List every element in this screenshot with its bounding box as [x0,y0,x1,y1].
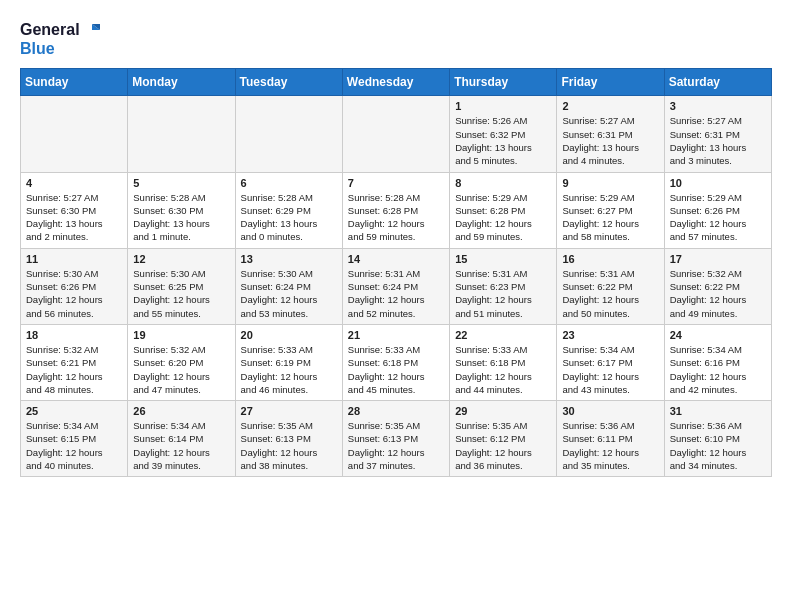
day-number: 16 [562,253,658,265]
day-info: Sunrise: 5:32 AM Sunset: 6:22 PM Dayligh… [670,267,766,320]
logo-general: General [20,20,80,39]
day-number: 6 [241,177,337,189]
day-number: 13 [241,253,337,265]
calendar-cell [128,96,235,172]
day-info: Sunrise: 5:31 AM Sunset: 6:24 PM Dayligh… [348,267,444,320]
header-wednesday: Wednesday [342,69,449,96]
logo-blue: Blue [20,39,55,58]
calendar-cell: 12Sunrise: 5:30 AM Sunset: 6:25 PM Dayli… [128,248,235,324]
day-number: 2 [562,100,658,112]
day-info: Sunrise: 5:27 AM Sunset: 6:31 PM Dayligh… [562,114,658,167]
calendar-week-row: 1Sunrise: 5:26 AM Sunset: 6:32 PM Daylig… [21,96,772,172]
day-number: 28 [348,405,444,417]
day-info: Sunrise: 5:28 AM Sunset: 6:29 PM Dayligh… [241,191,337,244]
day-info: Sunrise: 5:34 AM Sunset: 6:15 PM Dayligh… [26,419,122,472]
calendar-cell: 4Sunrise: 5:27 AM Sunset: 6:30 PM Daylig… [21,172,128,248]
calendar-header-row: SundayMondayTuesdayWednesdayThursdayFrid… [21,69,772,96]
header-friday: Friday [557,69,664,96]
day-number: 18 [26,329,122,341]
day-info: Sunrise: 5:34 AM Sunset: 6:17 PM Dayligh… [562,343,658,396]
day-info: Sunrise: 5:35 AM Sunset: 6:13 PM Dayligh… [348,419,444,472]
day-info: Sunrise: 5:31 AM Sunset: 6:23 PM Dayligh… [455,267,551,320]
calendar-cell: 28Sunrise: 5:35 AM Sunset: 6:13 PM Dayli… [342,401,449,477]
day-info: Sunrise: 5:26 AM Sunset: 6:32 PM Dayligh… [455,114,551,167]
day-number: 7 [348,177,444,189]
header-tuesday: Tuesday [235,69,342,96]
day-number: 31 [670,405,766,417]
day-info: Sunrise: 5:31 AM Sunset: 6:22 PM Dayligh… [562,267,658,320]
day-number: 30 [562,405,658,417]
day-info: Sunrise: 5:29 AM Sunset: 6:27 PM Dayligh… [562,191,658,244]
calendar-table: SundayMondayTuesdayWednesdayThursdayFrid… [20,68,772,477]
day-info: Sunrise: 5:35 AM Sunset: 6:12 PM Dayligh… [455,419,551,472]
day-number: 27 [241,405,337,417]
calendar-week-row: 4Sunrise: 5:27 AM Sunset: 6:30 PM Daylig… [21,172,772,248]
day-number: 17 [670,253,766,265]
day-info: Sunrise: 5:34 AM Sunset: 6:16 PM Dayligh… [670,343,766,396]
day-info: Sunrise: 5:32 AM Sunset: 6:20 PM Dayligh… [133,343,229,396]
header-sunday: Sunday [21,69,128,96]
calendar-cell: 27Sunrise: 5:35 AM Sunset: 6:13 PM Dayli… [235,401,342,477]
day-number: 19 [133,329,229,341]
calendar-week-row: 11Sunrise: 5:30 AM Sunset: 6:26 PM Dayli… [21,248,772,324]
calendar-cell: 20Sunrise: 5:33 AM Sunset: 6:19 PM Dayli… [235,324,342,400]
calendar-cell: 5Sunrise: 5:28 AM Sunset: 6:30 PM Daylig… [128,172,235,248]
day-number: 4 [26,177,122,189]
calendar-cell: 17Sunrise: 5:32 AM Sunset: 6:22 PM Dayli… [664,248,771,324]
calendar-cell: 1Sunrise: 5:26 AM Sunset: 6:32 PM Daylig… [450,96,557,172]
calendar-cell: 7Sunrise: 5:28 AM Sunset: 6:28 PM Daylig… [342,172,449,248]
calendar-cell [342,96,449,172]
calendar-cell: 14Sunrise: 5:31 AM Sunset: 6:24 PM Dayli… [342,248,449,324]
header-monday: Monday [128,69,235,96]
calendar-cell: 9Sunrise: 5:29 AM Sunset: 6:27 PM Daylig… [557,172,664,248]
calendar-cell: 21Sunrise: 5:33 AM Sunset: 6:18 PM Dayli… [342,324,449,400]
day-info: Sunrise: 5:36 AM Sunset: 6:10 PM Dayligh… [670,419,766,472]
day-number: 1 [455,100,551,112]
calendar-cell: 30Sunrise: 5:36 AM Sunset: 6:11 PM Dayli… [557,401,664,477]
calendar-week-row: 18Sunrise: 5:32 AM Sunset: 6:21 PM Dayli… [21,324,772,400]
day-number: 12 [133,253,229,265]
day-number: 21 [348,329,444,341]
day-number: 29 [455,405,551,417]
day-number: 3 [670,100,766,112]
calendar-cell: 11Sunrise: 5:30 AM Sunset: 6:26 PM Dayli… [21,248,128,324]
day-info: Sunrise: 5:36 AM Sunset: 6:11 PM Dayligh… [562,419,658,472]
day-number: 9 [562,177,658,189]
day-info: Sunrise: 5:30 AM Sunset: 6:26 PM Dayligh… [26,267,122,320]
logo-bird-icon [82,21,100,39]
day-info: Sunrise: 5:28 AM Sunset: 6:30 PM Dayligh… [133,191,229,244]
calendar-cell: 6Sunrise: 5:28 AM Sunset: 6:29 PM Daylig… [235,172,342,248]
logo: General Blue [20,20,100,58]
day-info: Sunrise: 5:35 AM Sunset: 6:13 PM Dayligh… [241,419,337,472]
page-header: General Blue [20,20,772,58]
calendar-cell: 10Sunrise: 5:29 AM Sunset: 6:26 PM Dayli… [664,172,771,248]
day-number: 15 [455,253,551,265]
day-info: Sunrise: 5:27 AM Sunset: 6:31 PM Dayligh… [670,114,766,167]
calendar-cell [235,96,342,172]
calendar-cell: 15Sunrise: 5:31 AM Sunset: 6:23 PM Dayli… [450,248,557,324]
header-thursday: Thursday [450,69,557,96]
day-info: Sunrise: 5:33 AM Sunset: 6:19 PM Dayligh… [241,343,337,396]
day-info: Sunrise: 5:33 AM Sunset: 6:18 PM Dayligh… [455,343,551,396]
day-info: Sunrise: 5:28 AM Sunset: 6:28 PM Dayligh… [348,191,444,244]
day-number: 14 [348,253,444,265]
day-info: Sunrise: 5:33 AM Sunset: 6:18 PM Dayligh… [348,343,444,396]
day-number: 25 [26,405,122,417]
day-number: 22 [455,329,551,341]
calendar-cell: 23Sunrise: 5:34 AM Sunset: 6:17 PM Dayli… [557,324,664,400]
day-number: 24 [670,329,766,341]
day-info: Sunrise: 5:30 AM Sunset: 6:24 PM Dayligh… [241,267,337,320]
day-number: 23 [562,329,658,341]
day-info: Sunrise: 5:34 AM Sunset: 6:14 PM Dayligh… [133,419,229,472]
calendar-cell: 18Sunrise: 5:32 AM Sunset: 6:21 PM Dayli… [21,324,128,400]
calendar-cell [21,96,128,172]
calendar-cell: 8Sunrise: 5:29 AM Sunset: 6:28 PM Daylig… [450,172,557,248]
header-saturday: Saturday [664,69,771,96]
day-number: 26 [133,405,229,417]
calendar-cell: 22Sunrise: 5:33 AM Sunset: 6:18 PM Dayli… [450,324,557,400]
day-number: 5 [133,177,229,189]
day-number: 10 [670,177,766,189]
day-info: Sunrise: 5:30 AM Sunset: 6:25 PM Dayligh… [133,267,229,320]
day-info: Sunrise: 5:29 AM Sunset: 6:26 PM Dayligh… [670,191,766,244]
calendar-cell: 26Sunrise: 5:34 AM Sunset: 6:14 PM Dayli… [128,401,235,477]
